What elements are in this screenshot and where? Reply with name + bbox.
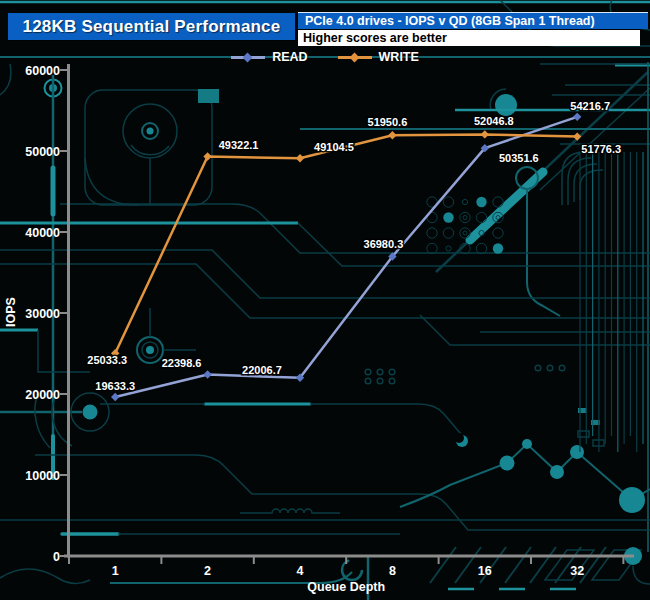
y-tick-label: 60000 [25,64,60,78]
data-point-label: 25033.3 [87,354,127,366]
x-axis-title: Queue Depth [307,580,385,594]
data-point-label: 52046.8 [474,115,514,127]
data-point-marker [388,131,396,139]
x-tick-label: 8 [389,564,396,578]
x-tick-label: 4 [297,564,304,578]
data-point-label: 22398.6 [162,357,202,369]
data-point-marker [296,154,304,162]
data-point-marker [573,113,581,121]
data-point-label: 50351.6 [499,152,539,164]
y-tick-label: 30000 [25,307,60,321]
data-point-label: 22006.7 [242,364,282,376]
x-tick-label: 1 [112,564,119,578]
data-point-marker [203,370,211,378]
data-point-label: 19633.3 [95,380,135,392]
data-point-label: 51950.6 [368,116,408,128]
data-point-label: 49322.1 [219,139,259,151]
x-tick-label: 16 [478,564,492,578]
x-tick-label: 32 [570,564,584,578]
y-tick-label: 10000 [25,469,60,483]
data-point-label: 54216.7 [570,100,610,112]
data-point-marker [203,152,211,160]
series-write: 25033.349322.149104.551950.652046.851776… [87,115,621,366]
series-line [115,134,577,353]
y-tick-label: 50000 [25,145,60,159]
performance-line-chart: 010000200003000040000500006000012481632Q… [0,0,650,600]
data-point-label: 36980.3 [364,238,404,250]
y-axis-title: IOPS [4,297,18,327]
y-tick-label: 0 [53,550,60,564]
x-tick-label: 2 [204,564,211,578]
data-point-marker [111,393,119,401]
data-point-label: 49104.5 [314,141,354,153]
data-point-marker [481,130,489,138]
data-point-label: 51776.3 [581,143,621,155]
y-tick-label: 40000 [25,226,60,240]
data-point-marker [573,132,581,140]
y-tick-label: 20000 [25,388,60,402]
